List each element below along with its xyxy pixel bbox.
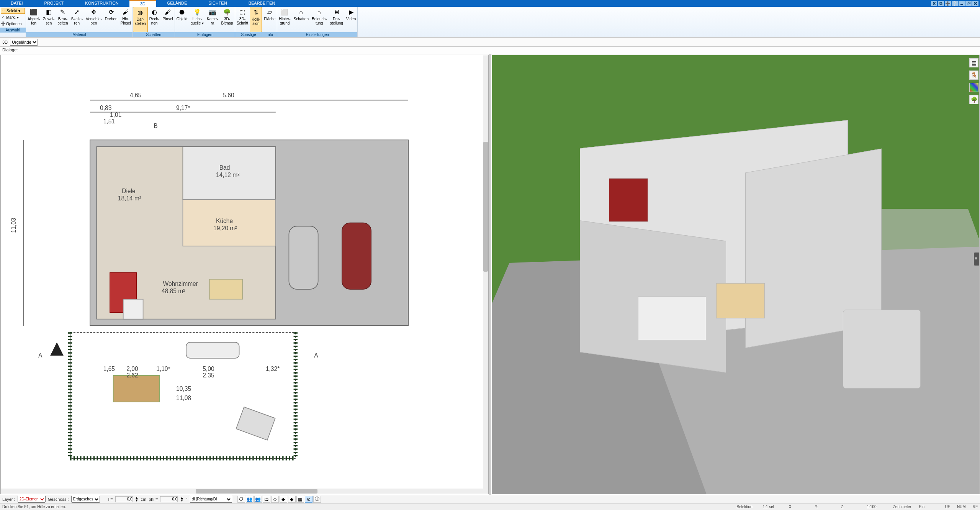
pane-splitter[interactable] (489, 54, 491, 495)
bearbeiten-icon: ✎ (59, 8, 67, 16)
sel-selekt[interactable]: ↔Selekt ▾ (1, 8, 25, 14)
tab-sichten[interactable]: SICHTEN (198, 0, 237, 7)
spinner-icon[interactable]: ▲▼ (135, 497, 139, 502)
layer-select[interactable]: 2D-Elemen (18, 496, 46, 503)
darstellen-button[interactable]: ◍Dar-stellen (133, 7, 148, 32)
status-selection: Selektion (737, 505, 756, 509)
svg-text:A: A (38, 352, 43, 359)
sub-toolbar: 3D Urgelände (0, 38, 980, 47)
dialoge-label: Dialoge: (2, 48, 18, 52)
panel-expand-handle[interactable] (974, 253, 979, 266)
pane-2d-plan[interactable]: Bad 14,12 m² Diele 18,14 m² Küche 19,20 … (0, 55, 489, 494)
group-caption-schatten: Schatten (133, 32, 175, 37)
svg-text:0,83: 0,83 (100, 105, 111, 111)
bottom-tool-5[interactable]: ◆ (280, 496, 287, 503)
rechnen-button[interactable]: ◐Rech-nen (148, 7, 161, 32)
tab-3d[interactable]: 3D (129, 0, 156, 7)
kamera-button[interactable]: 📷Kame-ra (205, 7, 219, 32)
layers-icon[interactable]: ▤ (969, 58, 978, 67)
phi-input[interactable] (160, 496, 178, 502)
status-z: Z: (841, 505, 860, 509)
drehen-button[interactable]: ⟳Drehen (103, 7, 119, 32)
bottom-tool-8[interactable]: ⊙ (305, 496, 312, 503)
tab-gelände[interactable]: GELÄNDE (156, 0, 198, 7)
pane-3d-view[interactable]: ▤ 🪑 🌳 (492, 55, 980, 494)
spinner-icon[interactable]: ▲▼ (180, 497, 183, 502)
skalieren-button[interactable]: ⤢Skalie-ren (70, 7, 85, 32)
abgreifen-button[interactable]: ⬛Abgrei-fen (26, 7, 41, 32)
svg-text:5,00: 5,00 (203, 366, 214, 372)
video-button[interactable]: ▶Video (345, 7, 357, 32)
sel-mark.[interactable]: ✓Mark. ▾ (1, 14, 25, 20)
bottom-toolbar: Layer : 2D-Elemen Geschoss : Erdgeschos … (0, 495, 980, 503)
floor-select[interactable]: Erdgeschos (71, 496, 100, 503)
darstellen-icon: ◍ (136, 8, 144, 16)
svg-text:2,35: 2,35 (203, 372, 214, 379)
video-icon: ▶ (347, 8, 355, 16)
window-control-4[interactable]: 🗕 (959, 1, 965, 6)
tab-bearbeiten[interactable]: BEARBEITEN (238, 0, 286, 7)
kollision-button[interactable]: ⇅Kolli-sion (250, 7, 262, 32)
window-control-3[interactable]: ❔ (952, 1, 958, 6)
bottom-tool-3[interactable]: 🗂 (263, 496, 270, 503)
zuweisen-button[interactable]: ◧Zuwei-sen (41, 7, 56, 32)
darstellung-button[interactable]: 🖥Dar-stellung (328, 7, 344, 32)
3dbitmap-button[interactable]: 🌳3D-Bitmap (220, 7, 235, 32)
schatten2-button[interactable]: ⌂Schatten (292, 7, 310, 32)
direction-select[interactable]: dl (Richtung/Di (190, 496, 232, 503)
tree-icon[interactable]: 🌳 (969, 95, 978, 104)
verschieben-button[interactable]: ✥Verschie-ben (84, 7, 103, 32)
status-snap: Ein (919, 505, 938, 509)
tab-projekt[interactable]: PROJEKT (34, 0, 75, 7)
sel-optionen[interactable]: ➕Optionen (1, 21, 25, 27)
status-uf: UF (945, 505, 950, 509)
bottom-tool-4[interactable]: ◇ (271, 496, 279, 503)
svg-rect-20 (236, 407, 275, 440)
3dbitmap-icon: 🌳 (223, 8, 231, 16)
window-control-1[interactable]: ⧉ (938, 1, 944, 6)
bottom-tool-2[interactable]: 👥 (254, 496, 262, 503)
objekt-icon: ⬣ (178, 8, 186, 16)
furniture-icon[interactable]: 🪑 (969, 71, 978, 80)
hinpinsel-button[interactable]: 🖌Hin.Pinsel (119, 7, 133, 32)
window-control-5[interactable]: 🗗 (965, 1, 972, 6)
hscroll-2d[interactable] (1, 489, 488, 494)
vscroll-2d[interactable] (483, 55, 488, 489)
tab-datei[interactable]: DATEI (0, 0, 34, 7)
bottom-tool-9[interactable]: ⓘ (313, 496, 321, 503)
3dschnitt-button[interactable]: ⬚3D-Schnitt (235, 7, 250, 32)
svg-text:9,17*: 9,17* (176, 105, 190, 111)
group-caption-info: Info (262, 32, 277, 37)
hintergrund-button[interactable]: ⬜Hinter-grund (277, 7, 292, 32)
objekt-button[interactable]: ⬣Objekt (175, 7, 189, 32)
bearbeiten-button[interactable]: ✎Bear-beiten (56, 7, 69, 32)
bottom-tool-0[interactable]: ⏱ (237, 496, 245, 503)
svg-text:A: A (314, 352, 318, 359)
svg-text:Küche: Küche (216, 218, 233, 224)
window-control-2[interactable]: ➕ (945, 1, 951, 6)
palette-icon[interactable] (969, 83, 978, 92)
status-help: Drücken Sie F1, um Hilfe zu erhalten. (2, 505, 66, 509)
bottom-tool-7[interactable]: ▦ (296, 496, 304, 503)
pinsel-button[interactable]: 🖌Pinsel (161, 7, 174, 32)
svg-rect-16 (342, 223, 371, 289)
svg-text:B: B (154, 123, 157, 129)
length-input[interactable] (115, 496, 133, 502)
hintergrund-icon: ⬜ (280, 8, 289, 16)
verschieben-icon: ✥ (90, 8, 98, 16)
tab-konstruktion[interactable]: KONSTRUKTION (74, 0, 129, 7)
bottom-tool-6[interactable]: ◆ (288, 496, 296, 503)
schatten2-icon: ⌂ (297, 8, 305, 16)
window-control-6[interactable]: 🗙 (972, 1, 978, 6)
bottom-tool-1[interactable]: 👥 (246, 496, 254, 503)
flaeche-button[interactable]: ▱Fläche (262, 7, 277, 32)
svg-text:2,62: 2,62 (126, 372, 138, 379)
terrain-select[interactable]: Urgelände (10, 39, 38, 46)
status-x: X: (789, 505, 808, 509)
beleuchtung-button[interactable]: ⌂Beleuch-tung (310, 7, 328, 32)
lichtquelle-button[interactable]: 💡Licht-quelle ▾ (189, 7, 205, 32)
window-control-0[interactable]: ✖ (931, 1, 937, 6)
abgreifen-icon: ⬛ (29, 8, 38, 16)
status-rf: RF (973, 505, 978, 509)
status-scale: 1:100 (867, 505, 886, 509)
